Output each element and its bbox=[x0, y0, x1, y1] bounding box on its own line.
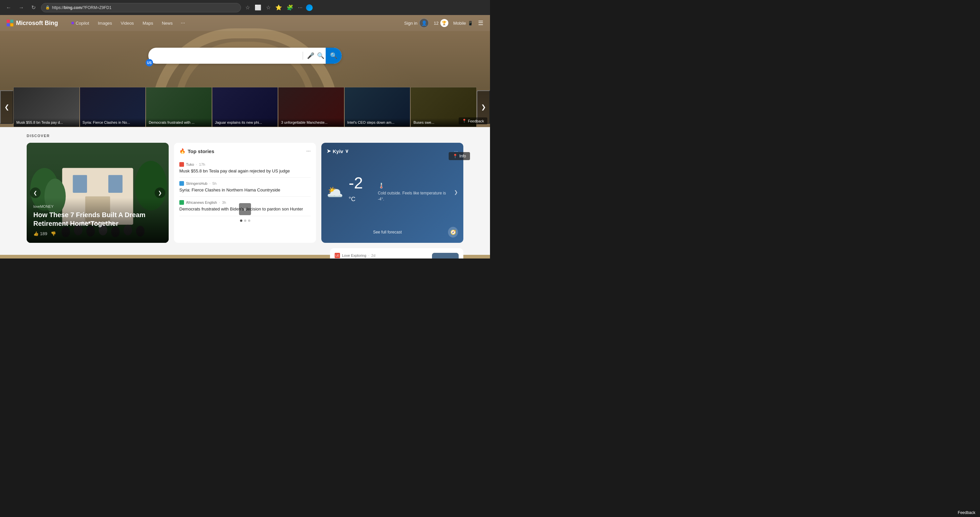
collections-icon[interactable]: ⭐ bbox=[274, 3, 283, 12]
article-source-time: · bbox=[368, 254, 369, 257]
news-carousel: ❮ Musk $55.8 bn Tesla pay d... Syria: Fi… bbox=[0, 87, 490, 127]
story-dot[interactable] bbox=[112, 222, 114, 223]
main-story-card[interactable]: loveMONEY How These 7 Friends Built A Dr… bbox=[27, 143, 169, 243]
edge-browser-icon bbox=[306, 4, 313, 11]
weather-city[interactable]: ➤ Kyiv ∨ bbox=[327, 148, 348, 154]
story-time: 3h bbox=[222, 201, 226, 204]
see-forecast-button[interactable]: See full forecast bbox=[327, 227, 448, 237]
svg-rect-15 bbox=[432, 253, 459, 258]
pagination-dot[interactable] bbox=[248, 219, 250, 222]
pagination-dot[interactable] bbox=[244, 219, 247, 222]
nav-news[interactable]: News bbox=[158, 19, 176, 27]
story-dot[interactable] bbox=[102, 222, 103, 223]
weather-description: Cold outside. Feels like temperature is … bbox=[378, 190, 449, 202]
dropdown-icon: ∨ bbox=[345, 148, 348, 154]
carousel-item[interactable]: Syria: Fierce Clashes in No... bbox=[80, 87, 146, 127]
image-search-button[interactable]: 🔍 bbox=[316, 51, 326, 61]
story-dot[interactable] bbox=[108, 222, 110, 223]
tab-groups-icon[interactable]: ⬜ bbox=[254, 3, 262, 12]
search-input[interactable] bbox=[154, 53, 300, 59]
discover-label: DISCOVER bbox=[27, 134, 463, 138]
story-item[interactable]: Tuko · 17h Musk $55.8 bn Tesla pay deal … bbox=[179, 159, 311, 178]
svg-rect-3 bbox=[108, 175, 123, 193]
carousel-item[interactable]: Musk $55.8 bn Tesla pay d... bbox=[13, 87, 80, 127]
weather-footer: See full forecast 🧭 bbox=[327, 227, 458, 238]
article-card[interactable]: LE Love Exploring · 2d Revealed: The 15 … bbox=[330, 248, 463, 258]
scroll-down-button[interactable]: ∨ bbox=[239, 203, 251, 215]
story-next-button[interactable]: ❯ bbox=[155, 187, 165, 198]
svg-rect-2 bbox=[73, 175, 87, 193]
carousel-item[interactable]: 3 unforgettable Mancheste... bbox=[278, 87, 344, 127]
story-dots bbox=[82, 222, 114, 223]
extensions-icon[interactable]: 🧩 bbox=[286, 3, 294, 12]
carousel-prev-button[interactable]: ❮ bbox=[0, 90, 13, 124]
info-overlay-button[interactable]: 📍 Info bbox=[449, 152, 470, 160]
carousel-items: Musk $55.8 bn Tesla pay d... Syria: Fier… bbox=[13, 87, 477, 127]
weather-temp: -2 °C bbox=[348, 174, 363, 210]
rewards-count: 12 bbox=[434, 21, 438, 26]
mobile-icon: 📱 bbox=[468, 21, 473, 26]
voice-search-button[interactable]: 🎤 bbox=[305, 51, 316, 61]
lock-icon: 🔒 bbox=[45, 5, 50, 10]
nav-more-button[interactable]: ··· bbox=[178, 18, 188, 28]
carousel-item[interactable]: Democrats frustrated with ... bbox=[146, 87, 212, 127]
story-source-name: Africanews English bbox=[186, 201, 217, 204]
carousel-item[interactable]: Jaguar explains its new phi... bbox=[212, 87, 278, 127]
microsoft-logo bbox=[7, 20, 13, 26]
star-icon[interactable]: ☆ bbox=[244, 3, 251, 12]
fire-icon: 🔥 bbox=[179, 148, 186, 154]
nav-maps[interactable]: Maps bbox=[139, 19, 157, 27]
discover-section: DISCOVER bbox=[0, 127, 490, 255]
nav-maps-label: Maps bbox=[143, 21, 153, 26]
story-dislike-button[interactable]: 👎 bbox=[51, 231, 56, 236]
story-meta: Tuko · 17h bbox=[179, 162, 311, 167]
story-item[interactable]: StringersHub · 5h Syria: Fierce Clashes … bbox=[179, 178, 311, 197]
story-dot[interactable] bbox=[98, 222, 100, 223]
carousel-item[interactable]: Intel's CEO steps down am... bbox=[344, 87, 410, 127]
nav-copilot[interactable]: Copilot bbox=[68, 19, 92, 27]
article-source-name: Love Exploring bbox=[342, 254, 366, 257]
info-text: Info bbox=[459, 154, 466, 158]
carousel-item-label: Intel's CEO steps down am... bbox=[345, 118, 410, 127]
thermometer-icon: 🌡️ bbox=[378, 182, 449, 189]
story-pagination bbox=[179, 219, 311, 222]
info-button[interactable]: 📍 Feedback bbox=[459, 117, 487, 124]
hamburger-menu-button[interactable]: ☰ bbox=[478, 19, 483, 27]
weather-main: 🌥️ -2 °C 🌡️ Cold outside. Feels like tem… bbox=[327, 158, 458, 227]
story-dot[interactable] bbox=[105, 222, 107, 223]
sign-in-button[interactable]: Sign in 👤 bbox=[404, 18, 429, 28]
story-dot-active[interactable] bbox=[88, 222, 90, 223]
forward-button[interactable]: → bbox=[17, 3, 26, 12]
story-prev-button[interactable]: ❮ bbox=[30, 187, 41, 198]
story-dot[interactable] bbox=[95, 222, 97, 223]
more-icon[interactable]: ··· bbox=[297, 4, 303, 12]
info-label: Feedback bbox=[468, 119, 484, 123]
refresh-button[interactable]: ↻ bbox=[29, 3, 38, 12]
rewards-button[interactable]: 12 🏆 bbox=[434, 19, 448, 27]
nav-videos[interactable]: Videos bbox=[117, 19, 137, 27]
weather-unit: °C bbox=[348, 196, 355, 203]
pagination-dot-active[interactable] bbox=[240, 219, 242, 222]
weather-next-arrow[interactable]: ❯ bbox=[454, 190, 458, 195]
top-stories-more-button[interactable]: ··· bbox=[306, 148, 311, 154]
story-time: 17h bbox=[199, 163, 205, 166]
story-like-button[interactable]: 👍 189 bbox=[33, 231, 47, 236]
favorites-icon[interactable]: ☆ bbox=[265, 3, 272, 12]
nav-copilot-label: Copilot bbox=[76, 21, 89, 26]
search-box: US 🎤 🔍 🔍 bbox=[148, 48, 342, 64]
nav-images[interactable]: Images bbox=[94, 19, 115, 27]
back-button[interactable]: ← bbox=[4, 3, 13, 12]
nav-news-label: News bbox=[162, 21, 173, 26]
article-thumbnail bbox=[432, 253, 459, 258]
story-dot[interactable] bbox=[85, 222, 87, 223]
mobile-button[interactable]: Mobile 📱 bbox=[453, 21, 473, 26]
source-logo bbox=[179, 162, 184, 167]
bing-logo[interactable]: Microsoft Bing bbox=[7, 20, 58, 27]
article-source-logo: LE bbox=[335, 253, 340, 258]
story-dot[interactable] bbox=[82, 222, 84, 223]
bing-header: Microsoft Bing Copilot Images Videos Map… bbox=[0, 15, 490, 31]
search-submit-button[interactable]: 🔍 bbox=[326, 48, 342, 64]
story-dot[interactable] bbox=[92, 222, 94, 223]
address-bar[interactable]: 🔒 https://bing.com/?FORM=Z9FD1 bbox=[41, 3, 241, 12]
top-stories-card: 🔥 Top stories ··· Tuko · 17h Musk $55.8 … bbox=[174, 143, 316, 243]
